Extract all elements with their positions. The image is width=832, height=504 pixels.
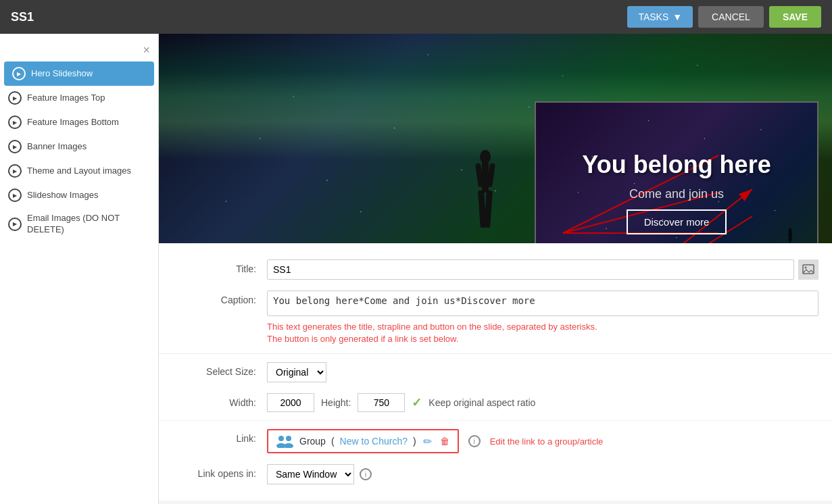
preview-overlay-card: You belong here Come and join us Discove… — [535, 101, 818, 243]
link-opens-dropdown[interactable]: Same Window New Window — [267, 464, 354, 484]
select-size-control: Original Small Medium Large — [267, 362, 818, 382]
title-label: Title: — [172, 259, 267, 274]
caption-label: Caption: — [172, 291, 267, 305]
link-type-text: Group — [299, 436, 326, 447]
svg-point-0 — [480, 150, 491, 163]
link-edit-help-text: Edit the link to a group/article — [490, 436, 604, 447]
dimensions-row: Width: Height: ✓ Keep original aspect ra… — [159, 388, 832, 418]
checkmark-icon: ✓ — [412, 395, 422, 410]
link-opens-label: Link opens in: — [172, 464, 267, 479]
title-input[interactable] — [267, 259, 794, 280]
group-icon — [275, 434, 294, 448]
main-content: You belong here Come and join us Discove… — [159, 34, 832, 504]
sidebar-item-feature-images-bottom[interactable]: Feature Images Bottom — [0, 110, 158, 134]
sidebar-item-label: Feature Images Top — [27, 93, 105, 104]
sidebar-item-label: Hero Slideshow — [31, 68, 93, 80]
select-size-row: Select Size: Original Small Medium Large — [159, 357, 832, 388]
sidebar-item-label: Feature Images Bottom — [27, 117, 119, 128]
close-icon[interactable]: × — [143, 43, 150, 57]
play-icon — [8, 140, 22, 153]
height-label: Height: — [321, 397, 351, 408]
tasks-label: TASKS — [638, 11, 668, 22]
tasks-button[interactable]: TASKS ▼ — [627, 6, 693, 28]
width-label: Width: — [172, 393, 267, 408]
play-icon — [8, 164, 22, 178]
svg-point-15 — [278, 436, 284, 441]
sidebar-close-area: × — [0, 41, 158, 61]
size-row: Original Small Medium Large — [267, 362, 818, 382]
play-icon — [8, 218, 22, 231]
caption-input[interactable]: You belong here*Come and join us*Discove… — [267, 291, 818, 316]
link-box: Group ( New to Church? ) ✏ 🗑 — [267, 429, 459, 453]
sidebar-item-hero-slideshow[interactable]: Hero Slideshow — [4, 61, 154, 86]
select-size-label: Select Size: — [172, 362, 267, 377]
link-info-button[interactable]: i — [468, 435, 481, 447]
title-input-row — [267, 259, 818, 280]
app-title: SS1 — [11, 10, 34, 24]
link-edit-button[interactable]: ✏ — [422, 435, 433, 448]
silhouette-svg — [468, 149, 502, 236]
header-buttons: TASKS ▼ CANCEL SAVE — [627, 6, 821, 28]
link-name-text: New to Church? — [340, 436, 408, 447]
title-control — [267, 259, 818, 280]
aspect-ratio-label: Keep original aspect ratio — [429, 397, 535, 408]
svg-point-14 — [805, 267, 807, 269]
link-opens-info-icon[interactable]: i — [360, 468, 372, 480]
play-icon — [12, 67, 26, 80]
sidebar-item-slideshow-images[interactable]: Slideshow Images — [0, 183, 158, 207]
link-opens-control: Same Window New Window i — [267, 464, 818, 484]
link-opens-inner: Same Window New Window i — [267, 464, 818, 484]
play-icon — [8, 91, 22, 105]
overlay-subtitle: Come and join us — [629, 187, 724, 201]
play-icon — [8, 188, 22, 202]
sidebar-item-theme-layout-images[interactable]: Theme and Layout images — [0, 159, 158, 183]
title-row: Title: — [159, 254, 832, 285]
link-opens-row: Link opens in: Same Window New Window i — [159, 459, 832, 490]
image-icon — [802, 263, 814, 276]
caption-help-text: This text generates the title, strapline… — [267, 321, 818, 345]
form-area: Title: Cap — [159, 243, 832, 501]
cancel-button[interactable]: CANCEL — [698, 6, 764, 28]
caption-control: You belong here*Come and join us*Discove… — [267, 291, 818, 345]
sidebar-item-feature-images-top[interactable]: Feature Images Top — [0, 86, 158, 110]
dimensions-control: Height: ✓ Keep original aspect ratio — [267, 393, 818, 412]
select-size-dropdown[interactable]: Original Small Medium Large — [267, 362, 326, 382]
overlay-title: You belong here — [582, 151, 770, 179]
sidebar-item-label: Theme and Layout images — [27, 166, 131, 177]
sidebar: × Hero Slideshow Feature Images Top Feat… — [0, 34, 159, 504]
discover-more-button[interactable]: Discover more — [627, 209, 727, 234]
image-preview: You belong here Come and join us Discove… — [159, 34, 832, 243]
caption-row: Caption: You belong here*Come and join u… — [159, 285, 832, 351]
sidebar-item-banner-images[interactable]: Banner Images — [0, 134, 158, 159]
link-close-paren: ) — [413, 436, 416, 447]
header: SS1 TASKS ▼ CANCEL SAVE — [0, 0, 832, 34]
link-label: Link: — [172, 429, 267, 444]
svg-point-18 — [284, 443, 293, 448]
play-icon — [8, 116, 22, 129]
tasks-dropdown-icon: ▼ — [672, 11, 682, 22]
sidebar-item-email-images[interactable]: Email Images (DO NOT DELETE) — [0, 207, 158, 241]
sidebar-item-label: Slideshow Images — [27, 190, 99, 201]
svg-point-17 — [286, 436, 291, 441]
sidebar-item-label: Email Images (DO NOT DELETE) — [27, 213, 150, 236]
height-input[interactable] — [358, 393, 405, 412]
caption-help-line1: This text generates the title, strapline… — [267, 322, 597, 332]
svg-rect-5 — [484, 191, 493, 228]
link-inner: Group ( New to Church? ) ✏ 🗑 i Edit the … — [267, 429, 818, 453]
svg-rect-13 — [803, 265, 814, 274]
link-control: Group ( New to Church? ) ✏ 🗑 i Edit the … — [267, 429, 818, 453]
caption-help-line2: The button is only generated if a link i… — [267, 334, 458, 344]
layout: × Hero Slideshow Feature Images Top Feat… — [0, 34, 832, 504]
width-input[interactable] — [267, 393, 314, 412]
divider-2 — [159, 420, 832, 421]
divider-1 — [159, 353, 832, 354]
info-circle-icon: i — [468, 435, 481, 447]
title-icon-button[interactable] — [798, 259, 818, 280]
link-open-paren: ( — [331, 436, 335, 447]
save-button[interactable]: SAVE — [769, 6, 821, 28]
link-delete-button[interactable]: 🗑 — [439, 436, 451, 447]
sidebar-item-label: Banner Images — [27, 141, 87, 153]
svg-rect-1 — [482, 162, 489, 193]
link-row: Link: Group ( — [159, 424, 832, 459]
dimensions-inner-row: Height: ✓ Keep original aspect ratio — [267, 393, 818, 412]
